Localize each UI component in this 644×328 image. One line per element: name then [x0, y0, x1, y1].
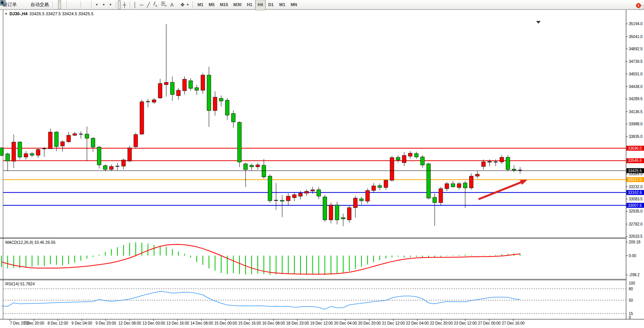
svg-text:50: 50	[629, 298, 633, 302]
auto-scroll-button[interactable]	[83, 0, 86, 9]
notification-badge: 1	[636, 3, 641, 8]
svg-text:27 Dec 00:00: 27 Dec 00:00	[478, 321, 501, 325]
zoom-out-button[interactable]	[72, 0, 75, 9]
toolbar-separator	[116, 1, 116, 8]
svg-text:8 Dec 12:00: 8 Dec 12:00	[48, 321, 68, 325]
svg-text:27 Dec 16:00: 27 Dec 16:00	[502, 321, 525, 325]
svg-text:34892.5: 34892.5	[629, 47, 643, 51]
timeframe-button-M5[interactable]: M5	[206, 0, 217, 10]
window-menu-icon[interactable]: ▼	[5, 12, 8, 16]
svg-text:13 Dec 16:00: 13 Dec 16:00	[166, 321, 189, 325]
cursor-button[interactable]	[118, 0, 121, 9]
svg-text:22 Dec 20:00: 22 Dec 20:00	[430, 321, 453, 325]
timeframe-button-D1[interactable]: D1	[266, 0, 276, 10]
zoom-in-button[interactable]	[69, 0, 72, 9]
trendline-button[interactable]: ╱	[145, 0, 151, 9]
svg-text:33696.0: 33696.0	[628, 146, 642, 150]
profile-button[interactable]	[19, 0, 22, 9]
toolbar: 新订单 自动交易 ▼ ▼ ▼ ┼ │ ─ ╱ ⫽E ☰F A T ✥▼ M1M5…	[0, 0, 644, 10]
svg-text:35194.0: 35194.0	[629, 22, 643, 26]
svg-text:209.18: 209.18	[629, 240, 641, 244]
svg-text:33083.5: 33083.5	[629, 197, 643, 201]
svg-text:15 Dec 16:00: 15 Dec 16:00	[238, 321, 261, 325]
timeframe-button-H4[interactable]: H4	[255, 0, 266, 10]
svg-text:34438.0: 34438.0	[629, 85, 643, 89]
svg-text:33007.6: 33007.6	[628, 203, 642, 208]
svg-text:100: 100	[629, 281, 635, 285]
search-icon[interactable]	[0, 0, 6, 6]
market-watch-button[interactable]	[22, 0, 25, 9]
crosshair-button[interactable]: ┼	[121, 0, 128, 9]
timeframe-button-H1[interactable]: H1	[244, 0, 255, 10]
rsi-indicator-label: RSI(14) 51.7824	[5, 282, 35, 286]
text-icon: A	[170, 2, 174, 7]
chart-title: ▼ DJ30-,H4 33426.5 33427.5 33424.5 33425…	[5, 11, 93, 16]
svg-text:33545.6: 33545.6	[628, 158, 642, 163]
svg-text:22 Dec 04:00: 22 Dec 04:00	[406, 321, 429, 325]
navigator-button[interactable]	[26, 0, 29, 9]
toolbar-separator	[130, 1, 130, 8]
toolbar-separator	[66, 1, 67, 8]
svg-text:12 Dec 08:00: 12 Dec 08:00	[119, 321, 141, 325]
tile-windows-button[interactable]	[75, 0, 79, 9]
svg-text:9 Dec 20:00: 9 Dec 20:00	[95, 321, 116, 325]
svg-text:33425.5: 33425.5	[628, 169, 642, 173]
svg-text:33988.0: 33988.0	[629, 122, 643, 126]
svg-text:0.00: 0.00	[629, 254, 636, 258]
svg-text:34136.5: 34136.5	[629, 110, 643, 114]
svg-text:33162.6: 33162.6	[628, 190, 642, 195]
timeframe-button-MN[interactable]: MN	[288, 0, 300, 10]
crosshair-icon: ┼	[123, 2, 126, 7]
svg-text:-298.2: -298.2	[629, 273, 640, 277]
candlestick-button[interactable]	[58, 0, 61, 9]
timeframe-button-M30[interactable]: M30	[231, 0, 244, 10]
toolbar-separator	[80, 1, 81, 8]
svg-text:34289.5: 34289.5	[629, 97, 643, 101]
arrows-icon: ✥	[180, 2, 185, 7]
svg-text:19 Dec 12:00: 19 Dec 12:00	[310, 321, 333, 325]
horizontal-line-button[interactable]: ─	[138, 0, 145, 9]
autotrading-button[interactable]: 自动交易	[29, 0, 50, 9]
line-chart-button[interactable]	[61, 0, 64, 9]
chart-shift-button[interactable]	[86, 0, 89, 9]
svg-text:33835.0: 33835.0	[629, 134, 643, 139]
svg-text:34739.5: 34739.5	[629, 59, 643, 64]
chevron-down-icon: ▼	[95, 3, 98, 6]
timeframe-button-M1[interactable]: M1	[195, 0, 206, 10]
text-button[interactable]: A	[169, 0, 175, 9]
fibonacci-icon: ☰F	[161, 1, 167, 8]
svg-text:33317.6: 33317.6	[628, 178, 642, 182]
svg-text:14 Dec 08:00: 14 Dec 08:00	[190, 321, 213, 325]
ohlc-values: 33426.5 33427.5 33424.5 33425.5	[29, 11, 93, 16]
svg-text:23 Dec 12:00: 23 Dec 12:00	[454, 321, 477, 325]
fibonacci-button[interactable]: ☰F	[159, 0, 169, 9]
svg-text:9 Dec 04:00: 9 Dec 04:00	[72, 321, 92, 325]
timeframe-button-W1[interactable]: W1	[276, 0, 288, 10]
svg-text:0: 0	[629, 315, 631, 320]
vertical-line-button[interactable]: │	[132, 0, 138, 9]
chevron-down-icon: ▼	[102, 3, 105, 6]
text-label-button[interactable]: T	[175, 0, 178, 9]
bar-chart-button[interactable]	[55, 0, 58, 9]
trendline-icon: ╱	[147, 2, 150, 7]
timeframe-bar: M1M5M15M30H1H4D1W1MN	[195, 0, 300, 10]
channel-button[interactable]: ⫽E	[152, 0, 159, 9]
template-dropdown[interactable]: ▼	[107, 0, 114, 9]
horizontal-line-icon: ─	[140, 2, 143, 7]
timeframe-button-M15[interactable]: M15	[217, 0, 231, 10]
chart-canvas[interactable]: 35194.035041.034892.534739.534591.034438…	[0, 10, 644, 328]
new-chart-dropdown[interactable]: ▼	[93, 0, 100, 9]
period-dropdown[interactable]: ▼	[100, 0, 107, 9]
svg-text:80: 80	[629, 287, 633, 291]
svg-text:32935.0: 32935.0	[629, 209, 643, 213]
equidistant-channel-icon: ⫽E	[153, 1, 157, 8]
svg-text:32633.5: 32633.5	[629, 234, 643, 238]
svg-text:7 Dec 20:00: 7 Dec 20:00	[24, 321, 44, 325]
toolbar-separator	[52, 1, 53, 8]
svg-text:32782.0: 32782.0	[629, 222, 643, 226]
toolbar-separator	[193, 1, 193, 8]
svg-text:21 Dec 12:00: 21 Dec 12:00	[382, 321, 405, 325]
svg-text:34591.0: 34591.0	[629, 72, 643, 76]
svg-text:33232.0: 33232.0	[629, 185, 643, 189]
arrows-dropdown[interactable]: ✥▼	[179, 0, 191, 9]
